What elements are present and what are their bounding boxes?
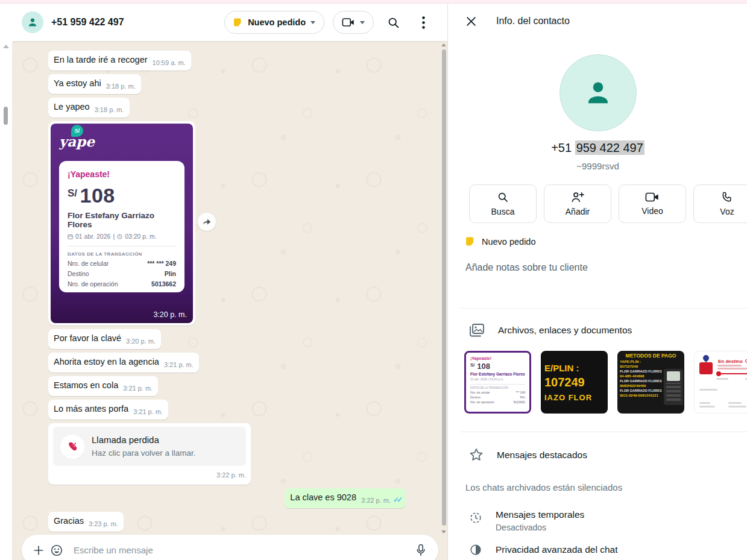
voice-record-button[interactable] (412, 540, 430, 560)
microphone-icon (415, 544, 426, 557)
attach-button[interactable] (30, 540, 47, 560)
pos-terminal-graphic (664, 369, 683, 405)
media-thumb-payment-methods[interactable]: METODOS DE PAGO YAPE:PLIN : 937107249 FL… (617, 351, 684, 414)
image-message[interactable]: S/ yape ¡Yapeaste! S/ 108 Flor Estefany … (48, 121, 195, 326)
message-text: En la tarde iré a recoger (54, 55, 148, 64)
media-files-icon (469, 323, 485, 338)
chat-panel: +51 959 422 497 Nuevo pedido (12, 4, 448, 560)
chat-title[interactable]: +51 959 422 497 (51, 17, 124, 28)
contact-phone[interactable]: +51 959 422 497 (449, 141, 747, 155)
chat-list-scrollbar[interactable] (0, 4, 12, 560)
receipt-row: Nro. de celular*** *** 249 (68, 260, 176, 267)
message-time: 10:59 a. m. (153, 59, 186, 66)
chat-header: +51 959 422 497 Nuevo pedido (12, 4, 447, 41)
video-camera-icon (342, 17, 355, 28)
search-icon (387, 16, 400, 29)
message-bubble[interactable]: Gracias3:23 p. m. (48, 512, 124, 532)
close-panel-button[interactable] (464, 10, 478, 32)
advanced-chat-privacy-row[interactable]: Privacidad avanzada del chat (469, 543, 747, 556)
whatsapp-window: +51 959 422 497 Nuevo pedido (0, 0, 747, 560)
scroll-up-arrow[interactable] (3, 45, 9, 48)
emoji-icon (50, 544, 63, 557)
message-list: En la tarde iré a recoger10:59 a. m. Ya … (12, 41, 443, 535)
plus-icon (33, 544, 45, 556)
label-icon (465, 236, 476, 247)
privacy-icon (469, 543, 482, 556)
add-contact-button[interactable]: Añadir (544, 184, 611, 223)
media-thumb-shipment-tracking[interactable]: En destino (694, 351, 747, 414)
message-bubble[interactable]: Le yapeo3:18 p. m. (48, 98, 130, 118)
chat-scrollbar[interactable] (441, 41, 447, 560)
contact-avatar[interactable] (559, 54, 637, 131)
chat-menu-button[interactable] (412, 11, 434, 33)
missed-call-title: Llamada perdida (92, 434, 196, 445)
voice-call-action-button[interactable]: Voz (693, 184, 747, 223)
scrollbar-thumb[interactable] (4, 107, 8, 125)
missed-call-subtitle: Haz clic para volver a llamar. (92, 447, 196, 459)
order-status-button[interactable]: Nuevo pedido (224, 11, 324, 34)
star-icon (469, 448, 484, 462)
media-thumb-plin-number[interactable]: E/PLIN : 107249 IAZO FLOR (541, 351, 608, 414)
emoji-button[interactable] (47, 540, 66, 560)
receipt-greeting: ¡Yapeaste! (68, 169, 176, 179)
chevron-down-icon (360, 21, 365, 24)
search-in-chat-button[interactable] (382, 11, 404, 33)
message-bubble[interactable]: Lo más antes porfa3:21 p. m. (48, 400, 168, 420)
customer-notes-field[interactable]: Añade notas sobre tu cliente (465, 262, 747, 273)
message-time: 3:21 p. m. (123, 385, 153, 392)
media-thumb-yape-receipt[interactable]: ¡Yapeaste! S/ 108 Flor Estefany Garriazo… (464, 351, 531, 414)
message-text: Gracias (54, 516, 84, 526)
message-bubble[interactable]: En la tarde iré a recoger10:59 a. m. (48, 51, 191, 71)
forward-message-button[interactable] (198, 213, 216, 231)
message-text: La clave es 9028 (290, 492, 356, 502)
receipt-row: Nro. de operación5013662 (68, 280, 176, 288)
message-text: Lo más antes porfa (54, 404, 128, 414)
divider (460, 308, 747, 309)
message-time: 3:22 p. m. (53, 470, 246, 481)
close-icon (465, 16, 477, 27)
message-time: 3:20 p. m. (126, 338, 156, 345)
video-call-action-button[interactable]: Video (619, 184, 686, 223)
location-pin-icon (702, 354, 710, 362)
message-time: 3:18 p. m. (95, 106, 124, 113)
message-input[interactable] (74, 545, 412, 555)
timer-icon (469, 511, 482, 524)
message-text: Ya estoy ahi (54, 78, 101, 88)
outgoing-message-bubble[interactable]: La clave es 90283:22 p. m.✓✓ (285, 488, 406, 508)
starred-messages-row[interactable]: Mensajes destacados (469, 448, 747, 462)
person-icon (26, 16, 39, 29)
receipt-card: ¡Yapeaste! S/ 108 Flor Estefany Garriazo… (59, 161, 184, 292)
order-label-row[interactable]: Nuevo pedido (465, 236, 747, 247)
video-call-button[interactable] (333, 11, 374, 34)
person-add-icon (570, 191, 585, 203)
message-bubble[interactable]: Estamos en cola3:21 p. m. (48, 376, 158, 396)
message-bubble[interactable]: Ahorita estoy en la agencia3:21 p. m. (48, 353, 199, 373)
message-time: 3:22 p. m. (361, 497, 391, 504)
clock-icon (117, 234, 122, 239)
phone-icon (721, 191, 733, 203)
video-camera-icon (645, 192, 660, 203)
archived-chats-note: Los chats archivados están silenciados (465, 482, 747, 492)
scrollbar-thumb[interactable] (442, 49, 446, 526)
yape-logo: yape (59, 133, 95, 149)
avatar[interactable] (22, 11, 43, 33)
search-action-button[interactable]: Busca (469, 184, 537, 223)
message-composer (22, 535, 438, 560)
selected-text: 959 422 497 (575, 140, 645, 155)
message-time: 3:21 p. m. (133, 408, 163, 415)
contact-actions: Busca Añadir Video Voz (469, 184, 747, 223)
message-bubble[interactable]: Ya estoy ahi3:18 p. m. (48, 74, 141, 94)
disappearing-messages-row[interactable]: Mensajes temporales Desactivados (469, 509, 747, 532)
yape-receipt-image[interactable]: S/ yape ¡Yapeaste! S/ 108 Flor Estefany … (51, 124, 193, 323)
read-receipt-icon: ✓✓ (393, 496, 400, 504)
receipt-date: 01 abr. 2026| 03:20 p. m. (68, 233, 176, 240)
scroll-down-arrow[interactable] (441, 530, 446, 533)
scroll-up-arrow[interactable] (441, 43, 446, 46)
message-bubble[interactable]: Por favor la clavé3:20 p. m. (48, 329, 161, 349)
call-back-button[interactable]: Llamada perdida Haz clic para volver a l… (53, 427, 246, 466)
forward-icon (202, 218, 212, 226)
media-section-button[interactable]: Archivos, enlaces y documentos (469, 323, 747, 338)
message-time: 3:18 p. m. (106, 83, 136, 90)
top-strip (0, 0, 747, 4)
contact-about: ~9999rsvd (449, 161, 747, 171)
